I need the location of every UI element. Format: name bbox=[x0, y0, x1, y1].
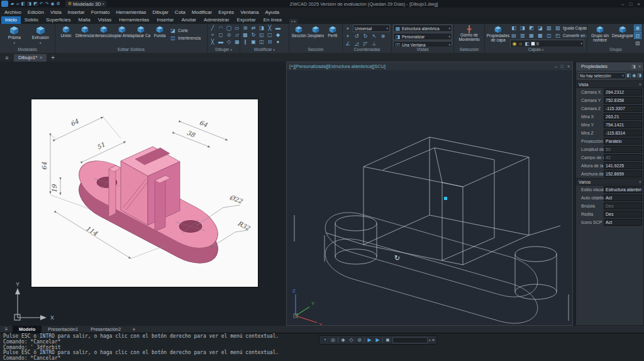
layer-thaw-icon[interactable]: ▥ bbox=[519, 32, 526, 39]
draw-ellipse-icon[interactable]: ◇ bbox=[225, 38, 233, 45]
property-value[interactable]: Act bbox=[604, 194, 642, 201]
select-objects-icon[interactable]: ◉ bbox=[632, 73, 636, 78]
modify-fillet-icon[interactable]: ◆ bbox=[274, 31, 282, 38]
property-value[interactable]: 141.9225 bbox=[604, 162, 642, 169]
ribbon-tab-malla[interactable]: Malla bbox=[75, 16, 94, 24]
ucs-origin-icon[interactable]: ↖ bbox=[370, 33, 378, 40]
layer-combo[interactable]: ◉ ☼ ◧ 0 ▾ bbox=[510, 40, 584, 47]
settings-icon[interactable]: ⚙ bbox=[57, 1, 60, 7]
visual-style-combo[interactable]: ▦ Estructura alámbrica ▾ bbox=[393, 25, 452, 32]
menu-item-expres[interactable]: Exprés bbox=[215, 9, 237, 15]
property-value[interactable]: Act bbox=[604, 219, 642, 226]
layer-merge-icon[interactable]: ▨ bbox=[554, 25, 562, 31]
maximize-button[interactable]: □ bbox=[629, 1, 632, 7]
print-icon[interactable]: ◩ bbox=[33, 1, 38, 7]
modify-move-icon[interactable]: ⊞ bbox=[242, 25, 249, 31]
prisma-button[interactable]: Prisma ▾ bbox=[1, 25, 28, 47]
menu-item-archivo[interactable]: Archivo bbox=[1, 9, 25, 15]
draw-hatch-icon[interactable]: ╳ bbox=[209, 38, 216, 45]
menu-item-ayuda[interactable]: Ayuda bbox=[262, 9, 283, 15]
ribbon-tab-administrar[interactable]: Administrar bbox=[200, 16, 233, 24]
ucs-3point-icon[interactable]: ⊥ bbox=[370, 40, 378, 47]
menu-item-modificar[interactable]: Modificar bbox=[189, 9, 215, 15]
copiar-aristas-button[interactable]: Copiar Aristas bbox=[113, 25, 131, 47]
perfil-button[interactable]: Perfil bbox=[324, 25, 341, 47]
convertir-actual-button[interactable]: Convertir en actual bbox=[563, 33, 587, 38]
selection-filter-combo[interactable]: No hay selección ▾ bbox=[578, 72, 626, 79]
layer-off-icon[interactable]: ▤ bbox=[510, 32, 518, 39]
group-toggle-a-icon[interactable]: ▣ bbox=[634, 25, 641, 31]
free-orbit-icon[interactable]: ◇ bbox=[348, 337, 355, 343]
minimize-button[interactable]: – bbox=[621, 1, 624, 7]
draw-circle-icon[interactable]: ◯ bbox=[225, 25, 233, 31]
ucs-icon[interactable]: ⌖ bbox=[344, 25, 352, 32]
undo-icon[interactable]: ↶ bbox=[40, 1, 43, 7]
doc-tab-dibujo1[interactable]: Dibujo1* × bbox=[14, 54, 47, 62]
modify-array-icon[interactable]: ▩ bbox=[242, 31, 249, 38]
modify-scale-icon[interactable]: ◱ bbox=[258, 31, 265, 38]
draw-spline-icon[interactable]: ≈ bbox=[209, 31, 216, 38]
nav-close-icon[interactable]: × bbox=[432, 337, 435, 343]
ucs-previous-icon[interactable]: ↺ bbox=[353, 33, 360, 40]
ribbon-tab-insertar[interactable]: Insertar bbox=[153, 16, 177, 24]
property-value[interactable]: 263.21 bbox=[604, 113, 642, 120]
group-toggle-b-icon[interactable]: ▧ bbox=[634, 32, 641, 39]
draw-region-icon[interactable]: ▬ bbox=[217, 38, 225, 45]
viewport-controls-label[interactable]: [+][Personalizada][Estructura alámbrica]… bbox=[289, 64, 555, 69]
toggle-pickadd-icon[interactable]: ◧ bbox=[627, 73, 631, 78]
menu-item-herramientas[interactable]: Herramientas bbox=[113, 9, 150, 15]
modify-extend-icon[interactable]: ▣ bbox=[250, 38, 257, 45]
property-value[interactable]: Des bbox=[604, 211, 642, 218]
layer-freeze-icon[interactable]: ◨ bbox=[519, 25, 526, 31]
modify-copy-icon[interactable]: ⇄ bbox=[250, 25, 257, 31]
ucs-z-axis-icon[interactable]: ∠ bbox=[344, 40, 352, 47]
chevron-down-icon[interactable]: ▾ bbox=[429, 338, 431, 342]
ribbon-tab-herramientas[interactable]: Herramientas bbox=[115, 16, 153, 24]
geoplana-button[interactable]: Geoplana bbox=[308, 25, 325, 47]
seccion-button[interactable]: Sección bbox=[291, 25, 308, 47]
ucs-rotate-icon[interactable]: ↻ bbox=[362, 33, 369, 40]
viewport-minimize-button[interactable]: – bbox=[555, 64, 557, 69]
orbit-icon[interactable]: ◈ bbox=[340, 337, 347, 343]
draw-table-icon[interactable]: ▦ bbox=[233, 38, 240, 45]
ucs-view-icon[interactable]: ◿ bbox=[353, 40, 360, 47]
property-value[interactable]: 264.2312 bbox=[604, 89, 642, 96]
draw-polygon-icon[interactable]: ▱ bbox=[233, 31, 240, 38]
layer-isolate-icon[interactable]: ◪ bbox=[536, 25, 544, 31]
quick-select-icon[interactable]: ◨ bbox=[637, 73, 641, 78]
open-file-icon[interactable]: ▱ bbox=[16, 1, 19, 7]
draw-polyline-icon[interactable]: ◻ bbox=[217, 31, 225, 38]
pin-icon[interactable]: ◨ bbox=[631, 64, 636, 69]
modify-mirror-icon[interactable]: ◨ bbox=[258, 25, 265, 31]
layer-walk-icon[interactable]: ▧ bbox=[545, 25, 553, 31]
menu-item-formato[interactable]: Formato bbox=[88, 9, 113, 15]
new-layout-button[interactable]: + bbox=[127, 326, 140, 333]
tab-presentacion1[interactable]: Presentación1 bbox=[42, 326, 84, 333]
draw-arc-icon[interactable]: ◠ bbox=[217, 25, 225, 31]
modify-rotate-icon[interactable]: ↻ bbox=[250, 31, 257, 38]
group-edit-icon[interactable]: ▨ bbox=[634, 40, 641, 47]
ucs-object-icon[interactable]: ⊕ bbox=[379, 33, 387, 40]
view-combo[interactable]: ◨ Personalizar ▾ bbox=[393, 33, 452, 40]
ucs-world-icon[interactable]: ⌖ bbox=[344, 33, 352, 40]
layer-on-icon[interactable]: ◧ bbox=[510, 25, 518, 31]
layout-menu-icon[interactable]: ≡ bbox=[0, 326, 13, 332]
property-value[interactable]: 754.1421 bbox=[604, 121, 642, 128]
workspace-switcher[interactable]: ⚙ Modelado 3D ▾ bbox=[65, 1, 106, 7]
desagrupar-button[interactable]: Desagrupar bbox=[611, 25, 634, 47]
modify-stretch-icon[interactable]: ▢ bbox=[266, 31, 274, 38]
tab-presentacion2[interactable]: Presentación2 bbox=[84, 326, 127, 333]
draw-donut-icon[interactable]: ⊙ bbox=[225, 31, 233, 38]
model-space[interactable]: 64 51 38 64 64 19 114 Ø22 R32 Y X bbox=[0, 62, 644, 326]
interseccion-button[interactable]: Intersección bbox=[94, 25, 113, 47]
close-button[interactable]: × bbox=[637, 1, 640, 7]
continuous-orbit-icon[interactable]: ⊘ bbox=[356, 337, 363, 343]
reference-image[interactable]: 64 51 38 64 64 19 114 Ø22 R32 bbox=[31, 99, 258, 287]
modify-break-icon[interactable]: ◫ bbox=[258, 38, 265, 45]
fly-icon[interactable]: ▶ bbox=[366, 337, 373, 343]
ucs-face-icon[interactable]: ◸ bbox=[362, 40, 369, 47]
property-value[interactable]: -115.3307 bbox=[604, 105, 642, 112]
layer-lock-icon[interactable]: ◩ bbox=[528, 25, 535, 31]
layer-unisolate-icon[interactable]: ▩ bbox=[536, 32, 544, 39]
ribbon-tab-solido[interactable]: Sólido bbox=[21, 16, 42, 24]
